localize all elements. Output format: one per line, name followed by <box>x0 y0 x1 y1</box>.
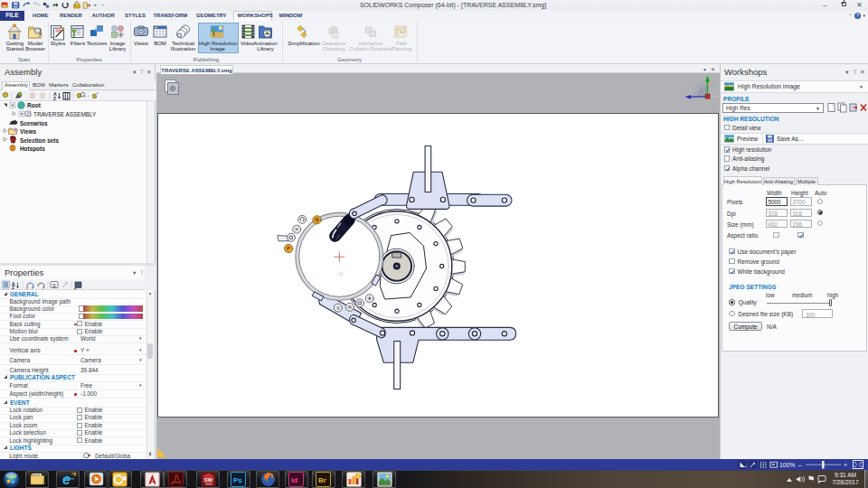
svg-text:S: S <box>52 283 56 288</box>
svg-text:Hotspots: Hotspots <box>20 145 45 152</box>
svg-text:Root: Root <box>27 102 42 108</box>
svg-text:–: – <box>798 460 803 468</box>
svg-text:Views: Views <box>20 128 36 135</box>
svg-text:Selection sets: Selection sets <box>20 137 59 144</box>
svg-text:TRAVERSE ASSEMBLY: TRAVERSE ASSEMBLY <box>33 111 97 117</box>
svg-text:Scenarios: Scenarios <box>20 120 48 127</box>
svg-text:100%: 100% <box>779 461 795 467</box>
svg-text:+: + <box>844 462 847 468</box>
svg-text:Id: Id <box>291 476 297 484</box>
svg-text:Br: Br <box>318 476 326 484</box>
svg-text:2016: 2016 <box>205 482 212 485</box>
svg-text:-: - <box>88 93 90 99</box>
svg-text:Ps: Ps <box>233 476 242 484</box>
svg-text:SW: SW <box>204 476 213 482</box>
